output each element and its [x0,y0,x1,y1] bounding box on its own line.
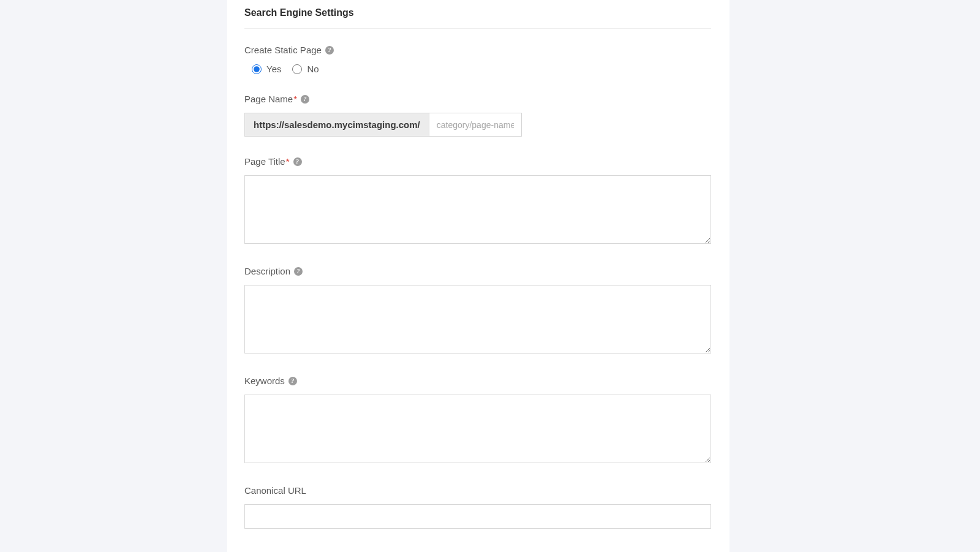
label-text: Page Title [244,156,285,167]
create-static-page-radios: Yes No [244,64,711,74]
keywords-group: Keywords ? [244,376,711,466]
create-static-page-no-option[interactable]: No [292,64,318,74]
create-static-page-yes-radio[interactable] [252,64,262,74]
radio-label-no: No [307,64,318,74]
create-static-page-yes-option[interactable]: Yes [252,64,281,74]
description-label: Description ? [244,266,303,276]
radio-label-yes: Yes [266,64,281,74]
label-text: Canonical URL [244,485,306,496]
help-icon[interactable]: ? [288,377,297,385]
page-title-label: Page Title* ? [244,156,302,167]
keywords-textarea[interactable] [244,395,711,463]
label-text: Description [244,266,290,276]
canonical-url-label: Canonical URL [244,485,306,496]
canonical-url-group: Canonical URL [244,485,711,529]
page-name-input-group: https://salesdemo.mycimstaging.com/ [244,113,522,137]
help-icon[interactable]: ? [293,157,302,166]
description-textarea[interactable] [244,285,711,354]
required-asterisk: * [293,94,297,104]
canonical-url-input[interactable] [244,504,711,529]
help-icon[interactable]: ? [325,46,334,55]
required-asterisk: * [286,156,290,167]
page-name-label: Page Name* ? [244,94,309,104]
page-name-prefix: https://salesdemo.mycimstaging.com/ [244,113,429,137]
help-icon[interactable]: ? [301,95,309,104]
page-title-textarea[interactable] [244,175,711,244]
create-static-page-group: Create Static Page ? Yes No [244,45,711,74]
section-title: Search Engine Settings [244,7,711,29]
page-name-group: Page Name* ? https://salesdemo.mycimstag… [244,94,711,137]
label-text: Keywords [244,376,285,386]
settings-panel: Search Engine Settings Create Static Pag… [227,0,729,552]
page-name-input[interactable] [429,113,522,137]
help-icon[interactable]: ? [294,267,303,276]
page-title-group: Page Title* ? [244,156,711,246]
label-text: Page Name [244,94,293,104]
create-static-page-no-radio[interactable] [292,64,302,74]
description-group: Description ? [244,266,711,356]
create-static-page-label: Create Static Page ? [244,45,334,55]
keywords-label: Keywords ? [244,376,297,386]
label-text: Create Static Page [244,45,322,55]
